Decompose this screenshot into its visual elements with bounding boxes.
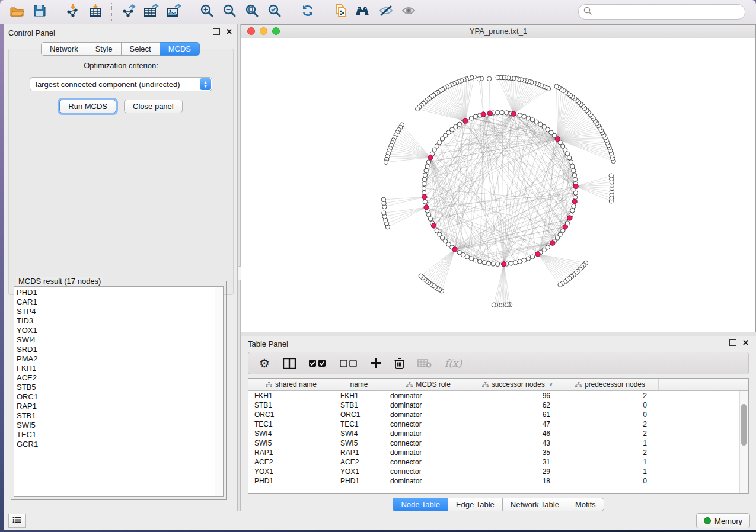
export-table-button[interactable]: [140, 2, 162, 21]
mcds-result-list[interactable]: PHD1CAR1STP4TID3YOX1SWI4SRD1PMA2FKH1ACE2…: [14, 286, 224, 497]
memory-status-icon: [704, 517, 711, 524]
zoom-in-icon: [200, 4, 214, 20]
table-settings-icon[interactable]: ⚙: [259, 357, 270, 369]
refresh-layout-button[interactable]: [296, 2, 319, 21]
mcds-result-item[interactable]: TEC1: [17, 430, 223, 440]
open-file-button[interactable]: [6, 2, 28, 21]
delete-column-icon[interactable]: [394, 357, 404, 369]
hide-selected-button[interactable]: [375, 2, 397, 21]
window-minimize-icon[interactable]: [260, 27, 267, 35]
tab-mcds[interactable]: MCDS: [160, 42, 200, 56]
close-panel-icon[interactable]: ✕: [226, 29, 232, 35]
zoom-fit-button[interactable]: [241, 2, 263, 21]
tab-network-table[interactable]: Network Table: [502, 498, 567, 511]
column-header-name[interactable]: name: [334, 379, 384, 390]
table-row[interactable]: YOX1YOX1connector291: [248, 467, 748, 476]
table-row[interactable]: SWI4SWI4dominator462: [248, 429, 748, 438]
search-field[interactable]: [578, 4, 745, 20]
toolbar-separator: [56, 3, 57, 21]
table-scrollbar[interactable]: [739, 391, 748, 493]
run-mcds-button[interactable]: Run MCDS: [59, 100, 116, 113]
tab-node-table[interactable]: Node Table: [393, 498, 448, 511]
tab-select[interactable]: Select: [121, 42, 160, 56]
show-panels-button[interactable]: [8, 514, 26, 528]
network-window-titlebar[interactable]: YPA_prune.txt_1: [241, 25, 755, 39]
table-row[interactable]: PHD1PHD1dominator180: [248, 476, 748, 486]
export-image-button[interactable]: [162, 2, 185, 21]
select-all-icon[interactable]: [309, 359, 327, 367]
mcds-panel: Optimization criterion: largest connecte…: [8, 49, 234, 295]
tab-edge-table[interactable]: Edge Table: [448, 498, 502, 511]
mcds-result-item[interactable]: FKH1: [17, 364, 223, 373]
optimization-criterion-select[interactable]: largest connected component (undirected)…: [30, 77, 212, 91]
horizontal-splitter[interactable]: [241, 332, 756, 336]
mcds-result-item[interactable]: STB5: [17, 383, 223, 392]
mcds-result-item[interactable]: ORC1: [17, 392, 223, 402]
add-column-icon[interactable]: [371, 358, 381, 368]
table-row[interactable]: FKH1FKH1dominator962: [248, 391, 748, 400]
copy-network-button[interactable]: [330, 2, 352, 21]
window-zoom-icon[interactable]: [272, 27, 280, 35]
zoom-selected-button[interactable]: [263, 2, 286, 21]
column-header-shared-name[interactable]: shared name: [248, 379, 334, 390]
mcds-list-scrollbar[interactable]: [215, 287, 223, 496]
show-all-button[interactable]: [397, 2, 420, 21]
import-table-button[interactable]: [84, 2, 107, 21]
table-cell: 2: [562, 419, 659, 429]
window-close-icon[interactable]: [247, 27, 255, 35]
mcds-result-item[interactable]: PHD1: [17, 288, 223, 297]
table-row[interactable]: TEC1TEC1connector472: [248, 419, 748, 429]
control-panel-tabs: NetworkStyleSelectMCDS: [4, 42, 237, 56]
table-cell: SWI5: [334, 438, 384, 448]
close-panel-icon[interactable]: ✕: [742, 340, 749, 346]
toolbar-separator: [111, 3, 113, 21]
table-cell: 1: [562, 438, 659, 448]
float-panel-icon[interactable]: [729, 339, 736, 346]
table-row[interactable]: RAP1RAP1dominator352: [248, 448, 748, 457]
mcds-result-item[interactable]: RAP1: [17, 402, 223, 411]
mcds-result-item[interactable]: SRD1: [17, 345, 223, 354]
export-network-button[interactable]: [117, 2, 140, 21]
close-panel-button[interactable]: Close panel: [124, 100, 183, 113]
first-neighbors-button[interactable]: [352, 2, 375, 21]
search-input[interactable]: [595, 7, 739, 17]
import-network-button[interactable]: [62, 2, 84, 21]
table-row[interactable]: ACE2ACE2connector311: [248, 457, 748, 467]
first-neighbors-icon: [355, 4, 372, 20]
table-row[interactable]: ORC1ORC1dominator610: [248, 410, 748, 419]
mcds-result-item[interactable]: ACE2: [17, 373, 223, 383]
delete-table-icon: [417, 358, 432, 368]
column-header-MCDS-role[interactable]: MCDS role: [384, 379, 473, 390]
mcds-result-item[interactable]: SWI5: [17, 421, 223, 430]
mcds-result-item[interactable]: YOX1: [17, 326, 223, 335]
mcds-result-item[interactable]: STB1: [17, 411, 223, 421]
memory-button[interactable]: Memory: [696, 513, 750, 528]
mcds-result-item[interactable]: STP4: [17, 307, 223, 316]
split-panel-icon[interactable]: [283, 358, 296, 369]
mcds-result-item[interactable]: CAR1: [17, 297, 223, 307]
table-cell: 46: [473, 429, 562, 438]
table-row[interactable]: SWI5SWI5connector431: [248, 438, 748, 448]
tab-network[interactable]: Network: [41, 42, 87, 56]
column-header-predecessor-nodes[interactable]: predecessor nodes: [562, 379, 659, 390]
table-header-row: shared namenameMCDS rolesuccessor nodes∨…: [248, 379, 748, 391]
table-cell: YOX1: [248, 467, 334, 476]
zoom-out-button[interactable]: [218, 2, 241, 21]
table-row[interactable]: STB1STB1dominator620: [248, 400, 748, 410]
float-panel-icon[interactable]: [213, 28, 220, 35]
combo-stepper-icon: ▲▼: [200, 78, 211, 90]
mcds-result-item[interactable]: SWI4: [17, 335, 223, 345]
mcds-result-item[interactable]: GCR1: [17, 440, 223, 449]
mcds-result-item[interactable]: TID3: [17, 316, 223, 326]
table-scrollbar-thumb[interactable]: [741, 404, 747, 446]
mcds-result-item[interactable]: PMA2: [17, 354, 223, 364]
table-cell: dominator: [384, 476, 473, 486]
node-table[interactable]: shared namenameMCDS rolesuccessor nodes∨…: [248, 378, 749, 494]
tab-motifs[interactable]: Motifs: [567, 498, 604, 511]
zoom-in-button[interactable]: [196, 2, 218, 21]
save-session-button[interactable]: [28, 2, 51, 21]
tab-style[interactable]: Style: [87, 42, 121, 56]
column-header-successor-nodes[interactable]: successor nodes∨: [473, 379, 562, 390]
network-canvas[interactable]: [241, 38, 755, 332]
deselect-all-icon[interactable]: [340, 359, 358, 367]
